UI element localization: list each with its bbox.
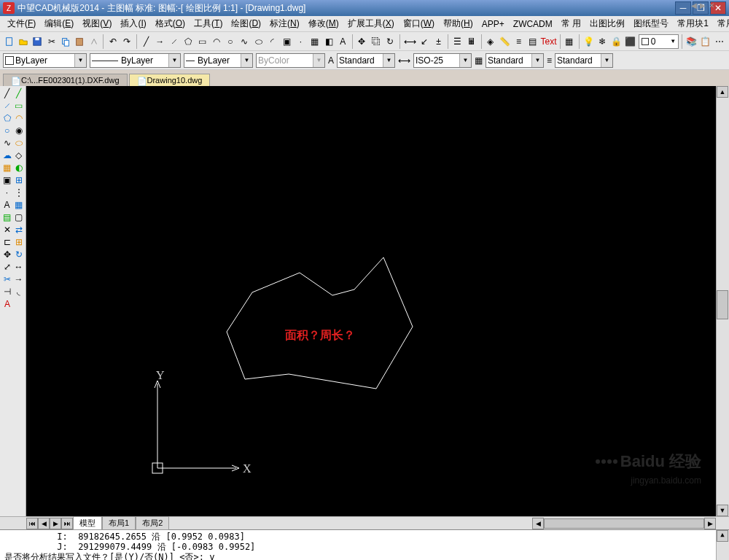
layermgr-icon[interactable]: 📚 — [685, 34, 698, 50]
cut-button[interactable]: ✂ — [45, 34, 58, 50]
bulb-icon[interactable]: 💡 — [582, 34, 594, 50]
boundary-tool[interactable]: ▢ — [13, 211, 24, 223]
measure-icon[interactable]: 📏 — [499, 34, 511, 50]
hatch-icon[interactable]: ▦ — [308, 34, 321, 50]
block-tool[interactable]: ▣ — [1, 174, 12, 186]
dimstyle-combo[interactable]: ISO-25▼ — [413, 53, 472, 68]
hatch-tool[interactable]: ▦ — [1, 162, 12, 174]
move-tool[interactable]: ✥ — [1, 249, 12, 260]
lock-icon[interactable]: 🔒 — [610, 34, 623, 50]
copy-button[interactable] — [59, 34, 71, 50]
wipeout-tool[interactable]: ◇ — [13, 149, 24, 161]
point-icon[interactable]: · — [295, 34, 307, 50]
menu-file[interactable]: 文件(F) — [3, 16, 40, 31]
line-tool[interactable]: ╱ — [1, 88, 12, 99]
break-tool[interactable]: ⊣ — [1, 286, 12, 298]
rotate-tool[interactable]: ↻ — [13, 249, 24, 260]
menu-block2[interactable]: 常用块2 — [713, 16, 729, 31]
model-tab[interactable]: 模型 — [73, 516, 102, 530]
menu-papersize[interactable]: 图纸型号 — [629, 16, 673, 31]
hscroll-left-icon[interactable]: ◀ — [532, 518, 544, 529]
tablestyle-icon[interactable]: ▦ — [475, 55, 483, 66]
scroll-thumb[interactable] — [717, 290, 728, 319]
fillet-tool[interactable]: ◟ — [13, 286, 24, 298]
polygon-icon[interactable]: ⬠ — [182, 34, 194, 50]
drawing-canvas[interactable]: Y X 面积？周长？ Baidu 经验 jingyan.baidu.com — [26, 86, 716, 516]
gradient-tool[interactable]: ◐ — [13, 162, 24, 174]
menu-zwcadm[interactable]: ZWCADM — [509, 18, 557, 31]
layer-icon[interactable]: ◈ — [484, 34, 496, 50]
menu-modify[interactable]: 修改(M) — [304, 16, 343, 31]
rect-icon[interactable]: ▭ — [196, 34, 208, 50]
menu-window[interactable]: 窗口(W) — [399, 16, 439, 31]
tablestyle-combo[interactable]: Standard▼ — [486, 53, 544, 68]
arc-tool[interactable]: ◠ — [13, 112, 24, 124]
mlstyle-combo[interactable]: Standard▼ — [555, 53, 613, 68]
tab-file2[interactable]: 📄Drawing10.dwg — [129, 74, 211, 86]
vertical-scrollbar[interactable]: ▲ ▼ — [716, 86, 729, 516]
menu-app[interactable]: APP+ — [477, 18, 509, 31]
extend-tool[interactable]: → — [13, 273, 24, 285]
table-icon[interactable]: ▦ — [563, 34, 575, 50]
command-history[interactable]: I: 89182645.2655 沿 [0.9952 0.0983] J: 29… — [0, 530, 716, 560]
mlstyle-icon[interactable]: ≡ — [547, 55, 552, 66]
region-icon[interactable]: ◧ — [322, 34, 335, 50]
layout2-tab[interactable]: 布局2 — [136, 516, 169, 530]
hscroll-thumb[interactable] — [544, 518, 704, 529]
line-icon[interactable]: ╱ — [139, 34, 152, 50]
block-icon[interactable]: ▣ — [280, 34, 292, 50]
cloud-tool[interactable]: ☁ — [1, 149, 12, 161]
point-tool[interactable]: · — [1, 187, 12, 198]
menu-common[interactable]: 常 用 — [557, 16, 585, 31]
scroll-down-icon[interactable]: ▼ — [717, 505, 728, 516]
scale-tool[interactable]: ⤢ — [1, 261, 12, 273]
menu-view[interactable]: 视图(V) — [78, 16, 116, 31]
color-combo[interactable]: ByLayer▼ — [3, 53, 87, 68]
table-tool[interactable]: ▦ — [13, 199, 24, 211]
plotstyle-combo[interactable]: ByColor▼ — [256, 53, 325, 68]
layermore-icon[interactable]: ⋯ — [714, 34, 726, 50]
layout-prev-icon[interactable]: ◀ — [38, 518, 50, 529]
offset-tool[interactable]: ⊏ — [1, 236, 12, 248]
insert-tool[interactable]: ⊞ — [13, 174, 24, 186]
tolerance-icon[interactable]: ± — [432, 34, 445, 50]
rotate-icon[interactable]: ↻ — [383, 34, 396, 50]
props-icon[interactable]: ☰ — [451, 34, 464, 50]
circle-tool[interactable]: ○ — [1, 125, 12, 136]
match-button[interactable] — [87, 34, 100, 50]
scroll-up-icon[interactable]: ▲ — [717, 86, 728, 98]
menu-dimension[interactable]: 标注(N) — [265, 16, 304, 31]
menu-insert[interactable]: 插入(I) — [116, 16, 150, 31]
paste-button[interactable] — [74, 34, 86, 50]
move-icon[interactable]: ✥ — [356, 34, 368, 50]
textstyle-combo[interactable]: Standard▼ — [337, 53, 395, 68]
spline-icon[interactable]: ∿ — [238, 34, 251, 50]
area-icon[interactable]: ▤ — [526, 34, 539, 50]
ray-icon[interactable]: → — [154, 34, 166, 50]
linetype-combo[interactable]: ———ByLayer▼ — [90, 53, 181, 68]
redo-button[interactable]: ↷ — [120, 34, 133, 50]
menu-draw[interactable]: 绘图(D) — [227, 16, 265, 31]
layerstate-icon[interactable]: 📋 — [699, 34, 712, 50]
cmd-scroll-up-icon[interactable]: ▲ — [717, 530, 728, 542]
donut-tool[interactable]: ◉ — [13, 125, 24, 136]
divide-tool[interactable]: ⋮ — [13, 187, 24, 198]
layout1-tab[interactable]: 布局1 — [102, 516, 136, 530]
pline-icon[interactable]: ⟋ — [168, 34, 180, 50]
new-button[interactable] — [3, 34, 15, 50]
menu-block1[interactable]: 常用块1 — [673, 16, 713, 31]
layout-first-icon[interactable]: ⏮ — [26, 518, 38, 529]
ellipse-tool[interactable]: ⬭ — [13, 137, 24, 149]
menu-tools[interactable]: 工具(T) — [190, 16, 227, 31]
tab-close-icon[interactable]: ✕ — [709, 1, 714, 9]
trim-tool[interactable]: ✂ — [1, 273, 12, 285]
tab-next-icon[interactable]: ▶ — [700, 1, 706, 9]
save-button[interactable] — [31, 34, 44, 50]
mirror-tool[interactable]: ⇄ — [13, 224, 24, 236]
dimstyle-icon[interactable]: ⟷ — [398, 55, 410, 66]
layout-last-icon[interactable]: ⏭ — [61, 518, 73, 529]
mtext-tool[interactable]: A — [1, 199, 12, 211]
menu-format[interactable]: 格式(O) — [151, 16, 190, 31]
calc-icon[interactable]: 🖩 — [465, 34, 477, 50]
leader-icon[interactable]: ↙ — [418, 34, 431, 50]
